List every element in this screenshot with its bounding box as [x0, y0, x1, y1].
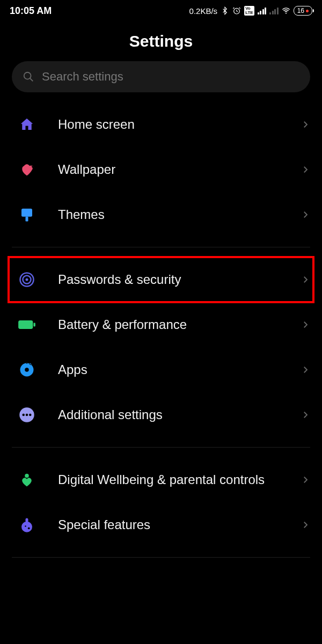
list-item-apps[interactable]: Apps: [12, 347, 310, 392]
svg-point-7: [26, 279, 28, 281]
svg-rect-18: [26, 518, 28, 523]
home-icon: [17, 115, 36, 134]
svg-point-11: [25, 368, 29, 372]
item-label: Home screen: [58, 116, 301, 133]
svg-rect-8: [18, 320, 33, 329]
alarm-icon: [232, 6, 241, 15]
list-item-passwords-security[interactable]: Passwords & security: [9, 257, 313, 302]
settings-list: Home screen Wallpaper Themes Passwords &…: [0, 102, 322, 558]
list-item-battery[interactable]: Battery & performance: [12, 302, 310, 347]
chevron-right-icon: [301, 210, 310, 219]
list-item-special-features[interactable]: Special features: [12, 502, 310, 547]
list-item-wallpaper[interactable]: Wallpaper: [12, 147, 310, 192]
chevron-right-icon: [301, 120, 310, 129]
list-item-additional-settings[interactable]: Additional settings: [12, 392, 310, 437]
list-item-themes[interactable]: Themes: [12, 192, 310, 237]
chevron-right-icon: [301, 410, 310, 420]
item-label: Themes: [58, 207, 301, 223]
svg-rect-4: [26, 217, 28, 222]
svg-point-16: [25, 474, 29, 478]
divider: [12, 447, 310, 448]
chevron-right-icon: [301, 275, 310, 284]
bluetooth-icon: [221, 6, 229, 15]
themes-icon: [17, 205, 36, 224]
divider: [12, 247, 310, 247]
svg-point-2: [24, 72, 31, 79]
battery-icon: [17, 315, 36, 334]
svg-point-17: [21, 522, 32, 532]
item-label: Digital Wellbeing & parental controls: [58, 472, 301, 488]
apps-icon: [17, 360, 36, 379]
battery-indicator: 16: [294, 6, 312, 16]
search-icon: [23, 71, 34, 83]
chevron-right-icon: [301, 520, 310, 530]
item-label: Additional settings: [58, 407, 301, 423]
divider: [12, 557, 310, 558]
item-label: Apps: [58, 362, 301, 378]
svg-point-1: [286, 13, 287, 14]
item-label: Passwords & security: [58, 272, 301, 288]
chevron-right-icon: [301, 320, 310, 330]
svg-rect-3: [21, 209, 32, 217]
search-bar[interactable]: [12, 61, 310, 92]
more-icon: [17, 405, 36, 425]
page-title: Settings: [0, 32, 322, 50]
chevron-right-icon: [301, 165, 310, 174]
chevron-right-icon: [301, 365, 310, 375]
volte-icon: VoLTE: [244, 6, 254, 16]
svg-point-15: [29, 414, 32, 416]
wellbeing-icon: [17, 470, 36, 489]
list-item-home-screen[interactable]: Home screen: [12, 102, 310, 147]
svg-rect-9: [33, 323, 35, 327]
status-bar: 10:05 AM 0.2KB/s VoLTE 16: [0, 0, 322, 21]
item-label: Wallpaper: [58, 162, 301, 178]
item-label: Battery & performance: [58, 317, 301, 333]
data-rate: 0.2KB/s: [189, 6, 218, 16]
search-input[interactable]: [42, 70, 299, 84]
signal-1-icon: [258, 7, 267, 14]
svg-point-20: [25, 525, 26, 527]
wifi-icon: [282, 6, 290, 15]
status-indicators: 0.2KB/s VoLTE 16: [189, 6, 312, 16]
signal-2-icon: [269, 7, 279, 14]
chevron-right-icon: [301, 475, 310, 485]
item-label: Special features: [58, 517, 301, 533]
svg-point-19: [28, 527, 30, 529]
features-icon: [17, 515, 36, 535]
wallpaper-icon: [17, 160, 36, 179]
list-item-digital-wellbeing[interactable]: Digital Wellbeing & parental controls: [12, 457, 310, 502]
status-time: 10:05 AM: [10, 5, 52, 17]
svg-point-14: [26, 414, 28, 416]
svg-point-13: [23, 414, 25, 416]
fingerprint-icon: [17, 270, 36, 289]
